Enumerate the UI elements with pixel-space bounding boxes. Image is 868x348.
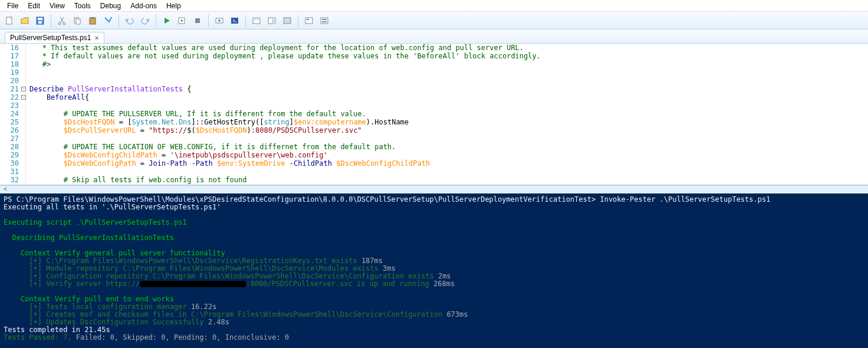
- code-line[interactable]: # UPDATE THE PULLSERVER URL, If it is di…: [29, 110, 868, 118]
- menu-help[interactable]: Help: [162, 1, 186, 11]
- code-line[interactable]: # UPDATE THE LOCATION OF WEB.CONFIG, if …: [29, 143, 868, 151]
- svg-rect-7: [76, 19, 80, 24]
- code-editor[interactable]: * This test assumes default values are u…: [0, 44, 868, 185]
- line-number: 22: [0, 93, 19, 101]
- svg-rect-22: [321, 18, 328, 24]
- code-line[interactable]: [29, 168, 868, 176]
- redo-button[interactable]: [138, 14, 152, 28]
- svg-rect-19: [284, 18, 291, 24]
- toolbar: [0, 12, 868, 29]
- svg-point-5: [63, 22, 65, 25]
- code-line[interactable]: if (-not (Test-Path $DscWebConfigPath)){: [29, 184, 868, 185]
- menu-file[interactable]: File: [2, 1, 23, 11]
- fold-toggle-icon[interactable]: −: [21, 87, 26, 91]
- console-line: Describing PullServerInstallationTests: [4, 234, 864, 242]
- code-line[interactable]: $DscPullServerURL = "https://$($DscHostF…: [29, 126, 868, 134]
- line-number: 32: [0, 176, 19, 184]
- code-line[interactable]: BeforeAll{: [29, 93, 868, 101]
- remote-button[interactable]: [212, 14, 226, 28]
- console-line: Executing all tests in '.\PullServerSetu…: [4, 203, 864, 211]
- line-number: 31: [0, 168, 19, 176]
- code-line[interactable]: $DscHostFQDN = [System.Net.Dns]::GetHost…: [29, 118, 868, 126]
- svg-rect-9: [91, 17, 94, 19]
- line-number: 24: [0, 110, 19, 118]
- svg-rect-24: [322, 21, 327, 22]
- svg-rect-21: [307, 19, 309, 20]
- cut-button[interactable]: [55, 14, 69, 28]
- line-number: 26: [0, 126, 19, 134]
- fold-toggle-icon[interactable]: −: [21, 95, 26, 100]
- svg-point-13: [218, 19, 221, 22]
- console-line: Executing script .\PullServerSetupTests.…: [4, 219, 864, 226]
- line-number: 18: [0, 60, 19, 68]
- line-number: 19: [0, 68, 19, 77]
- open-file-button[interactable]: [18, 14, 32, 28]
- paste-button[interactable]: [86, 14, 100, 28]
- redacted-hostname: [140, 281, 246, 287]
- line-number: 25: [0, 118, 19, 126]
- stop-button[interactable]: [190, 14, 205, 28]
- line-number: 33: [0, 184, 19, 185]
- show-command-addon-button[interactable]: [317, 14, 331, 28]
- tab-label: PullServerSetupTests.ps1: [10, 34, 91, 42]
- code-line[interactable]: * If default values are not used during …: [29, 52, 868, 60]
- menu-edit[interactable]: Edit: [23, 1, 45, 11]
- line-number: 17: [0, 52, 19, 60]
- console-line: Tests Passed: 7, Failed: 0, Skipped: 0, …: [4, 334, 864, 342]
- code-line[interactable]: $DscWebConfigPath = Join-Path -Path $env…: [29, 159, 868, 168]
- svg-rect-16: [253, 18, 260, 20]
- code-line[interactable]: [29, 101, 868, 110]
- tab-active[interactable]: PullServerSetupTests.ps1 ✕: [5, 32, 104, 43]
- console-line: [+] Verify server https://:8080/PSDSCPul…: [4, 280, 864, 288]
- copy-button[interactable]: [70, 14, 84, 28]
- line-number: 21: [0, 85, 19, 93]
- show-script-pane-button[interactable]: [249, 14, 264, 28]
- menu-view[interactable]: View: [45, 1, 70, 11]
- menu-addons[interactable]: Add-ons: [126, 1, 162, 11]
- undo-button[interactable]: [123, 14, 137, 28]
- svg-point-4: [58, 22, 61, 25]
- console-line: [+] Updates DscConfiguration Successfull…: [4, 319, 864, 326]
- console-pane[interactable]: PS C:\Program Files\WindowsPowerShell\Mo…: [0, 193, 868, 348]
- svg-rect-20: [305, 18, 313, 24]
- line-number: 20: [0, 77, 19, 85]
- powershell-button[interactable]: [228, 14, 242, 28]
- code-line[interactable]: $DscWebConfigChildPath = '\inetpub\psdsc…: [29, 151, 868, 159]
- svg-rect-11: [195, 18, 200, 23]
- code-line[interactable]: * This test assumes default values are u…: [29, 44, 868, 52]
- line-number: 16: [0, 44, 19, 52]
- svg-rect-2: [38, 18, 42, 20]
- line-number: 29: [0, 151, 19, 159]
- menu-bar: File Edit View Tools Debug Add-ons Help: [0, 0, 868, 12]
- line-number: 28: [0, 143, 19, 151]
- run-selection-button[interactable]: [175, 14, 189, 28]
- code-line[interactable]: [29, 68, 868, 77]
- code-line[interactable]: #>: [29, 60, 868, 68]
- tab-close-icon[interactable]: ✕: [94, 34, 98, 42]
- menu-debug[interactable]: Debug: [96, 1, 126, 11]
- menu-tools[interactable]: Tools: [70, 1, 96, 11]
- run-script-button[interactable]: [160, 14, 174, 28]
- save-button[interactable]: [33, 14, 47, 28]
- line-number: 27: [0, 134, 19, 143]
- svg-rect-3: [38, 21, 42, 24]
- tab-bar: PullServerSetupTests.ps1 ✕: [0, 29, 868, 44]
- show-script-max-button[interactable]: [280, 14, 294, 28]
- svg-rect-18: [272, 18, 275, 24]
- code-line[interactable]: [29, 77, 868, 85]
- code-line[interactable]: # Skip all tests if web.config is not fo…: [29, 176, 868, 184]
- svg-rect-23: [322, 19, 327, 20]
- line-number: 23: [0, 101, 19, 110]
- status-bar: <: [0, 185, 868, 193]
- clear-button[interactable]: [101, 14, 115, 28]
- code-line[interactable]: [29, 134, 868, 143]
- code-line[interactable]: Describe PullServerInstallationTests {: [29, 85, 868, 93]
- new-file-button[interactable]: [2, 14, 17, 28]
- code-area[interactable]: * This test assumes default values are u…: [29, 44, 868, 185]
- show-command-button[interactable]: [302, 14, 316, 28]
- line-number: 30: [0, 159, 19, 168]
- show-script-right-button[interactable]: [265, 14, 279, 28]
